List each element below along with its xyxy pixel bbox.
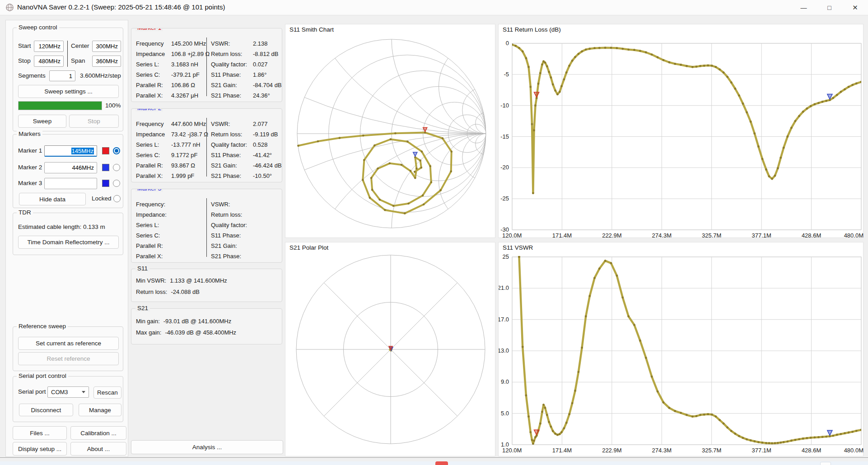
about-button[interactable]: About ... (70, 442, 126, 456)
field-value: 3.1683 nH (171, 61, 198, 68)
start-input[interactable] (34, 41, 64, 52)
field-row: Parallel X:1.999 pF (136, 171, 205, 181)
field-label: VSWR: (211, 40, 253, 47)
hide-data-button[interactable]: Hide data (19, 193, 86, 205)
marker-3-color-swatch[interactable] (102, 180, 109, 187)
disconnect-button[interactable]: Disconnect (19, 404, 73, 416)
group-title: Serial port control (17, 372, 68, 379)
marker-panel-title: Marker 2 (135, 108, 163, 112)
field-row: Impedance: (136, 209, 205, 220)
field-label: Quality factor: (211, 61, 253, 68)
stop-input[interactable] (34, 56, 64, 67)
marker-panel-title: Marker 3 (135, 189, 163, 192)
field-label: Return loss: (211, 211, 253, 218)
x-tick-label: 428.6M (802, 232, 821, 238)
marker-2-radio[interactable] (113, 164, 120, 171)
marker-1-data-panel: Marker 1Frequency145.200 MHzImpedance106… (131, 28, 282, 102)
sweep-settings-button[interactable]: Sweep settings ... (18, 85, 119, 98)
field-value: 0.528 (253, 141, 268, 148)
maximize-button[interactable]: □ (817, 0, 842, 15)
field-row: Frequency145.200 MHz (136, 38, 205, 49)
x-tick-label: 222.9M (602, 447, 621, 454)
rescan-button[interactable]: Rescan (93, 386, 121, 399)
y-tick-label: 17.0 (499, 316, 509, 323)
field-label: S21 Phase: (211, 92, 253, 99)
titlebar[interactable]: NanoVNA Saver 0.2.2-1 (Sweep: 2025-05-21… (0, 0, 868, 15)
set-reference-button[interactable]: Set current as reference (18, 337, 119, 350)
marker-2-data-panel: Marker 2Frequency447.600 MHzImpedance73.… (131, 108, 282, 182)
field-label: S21 Gain: (211, 82, 253, 88)
field-value: -9.119 dB (253, 131, 278, 138)
stop-label: Stop (18, 55, 31, 66)
stop-button[interactable]: Stop (69, 115, 119, 128)
marker-3-input[interactable] (44, 178, 97, 189)
field-column: VSWR:2.138Return loss:-8.812 dBQuality f… (211, 38, 281, 101)
x-tick-label: 171.4M (552, 232, 572, 238)
locked-checkbox[interactable] (113, 195, 121, 202)
taskbar-light-icon[interactable] (820, 462, 831, 465)
field-row: Parallel X: (136, 251, 205, 261)
field-row: Frequency447.600 MHz (136, 119, 205, 129)
field-column: VSWR:Return loss:Quality factor:S11 Phas… (211, 199, 281, 261)
field-label: Parallel R: (136, 242, 171, 249)
s11-return-loss-chart-panel[interactable]: S11 Return Loss (dB) 120.0M171.4M222.9M2… (498, 24, 863, 238)
field-column: VSWR:2.077Return loss:-9.119 dBQuality f… (211, 119, 281, 181)
marker-1-radio[interactable] (113, 147, 120, 154)
marker-1-input[interactable]: 145MHz (44, 145, 97, 157)
marker-2-color-swatch[interactable] (102, 164, 109, 171)
field-label: Parallel X: (136, 253, 171, 260)
field-row: Series L:3.1683 nH (136, 59, 205, 70)
window-bottom-edge (0, 457, 868, 458)
field-row: Return loss: (211, 209, 281, 220)
tdr-button[interactable]: Time Domain Reflectometry ... (18, 236, 119, 249)
divider (206, 198, 207, 257)
manage-button[interactable]: Manage (79, 404, 121, 416)
app-icon (5, 3, 14, 12)
field-label: VSWR: (211, 201, 253, 208)
x-tick-label: 325.7M (702, 232, 721, 238)
sweep-button[interactable]: Sweep (18, 115, 66, 128)
x-tick-label: 222.9M (602, 232, 621, 238)
serial-port-select[interactable]: COM3 (47, 386, 89, 398)
s21-polar-plot-panel[interactable]: S21 Polar Plot (285, 242, 495, 456)
field-label: Frequency: (136, 201, 171, 208)
y-tick-label: -5 (504, 71, 509, 78)
field-row: S11 Phase:1.86° (211, 70, 281, 80)
x-tick-label: 428.6M (802, 447, 821, 454)
field-label: Frequency (136, 121, 171, 127)
marker-2-input[interactable] (44, 162, 97, 173)
x-tick-label: 480.0M (844, 447, 863, 454)
start-label: Start (18, 40, 31, 51)
field-row: Quality factor:0.528 (211, 140, 281, 150)
field-value: 2.138 (253, 40, 268, 47)
y-tick-label: -25 (500, 195, 509, 202)
field-row: Series C: (136, 230, 205, 241)
display-setup-button[interactable]: Display setup ... (13, 442, 67, 456)
marker-3-radio[interactable] (113, 180, 120, 187)
close-button[interactable]: ✕ (842, 0, 868, 15)
taskbar[interactable] (0, 461, 868, 465)
s11-smith-chart-panel[interactable]: S11 Smith Chart (285, 24, 495, 238)
center-input[interactable] (92, 41, 121, 52)
reference-sweep-group: Reference sweep Set current as reference… (13, 326, 123, 371)
analysis-button[interactable]: Analysis ... (131, 440, 283, 454)
x-tick-label: 480.0M (844, 232, 863, 238)
segments-input[interactable] (49, 70, 75, 81)
taskbar-red-icon[interactable] (435, 461, 448, 465)
x-tick-label: 274.3M (652, 232, 672, 238)
chart-title: S21 Polar Plot (289, 244, 328, 251)
files-button[interactable]: Files ... (13, 426, 67, 440)
y-tick-label: 13.0 (499, 347, 509, 354)
field-label: Frequency (136, 40, 171, 47)
s11-vswr-chart-panel[interactable]: S11 VSWR 120.0M171.4M222.9M274.3M325.7M3… (498, 242, 863, 456)
marker-1-color-swatch[interactable] (102, 147, 109, 154)
reset-reference-button[interactable]: Reset reference (18, 352, 119, 365)
span-input[interactable] (92, 56, 121, 67)
minimize-button[interactable]: — (791, 0, 817, 15)
field-row: Parallel R: (136, 241, 205, 251)
sweep-control-group: Sweep control Start Center Stop Span Seg… (13, 28, 123, 131)
field-label: VSWR: (211, 121, 253, 127)
group-title: Reference sweep (17, 323, 68, 330)
selected-text: 145MHz (71, 148, 94, 154)
calibration-button[interactable]: Calibration ... (70, 426, 126, 440)
